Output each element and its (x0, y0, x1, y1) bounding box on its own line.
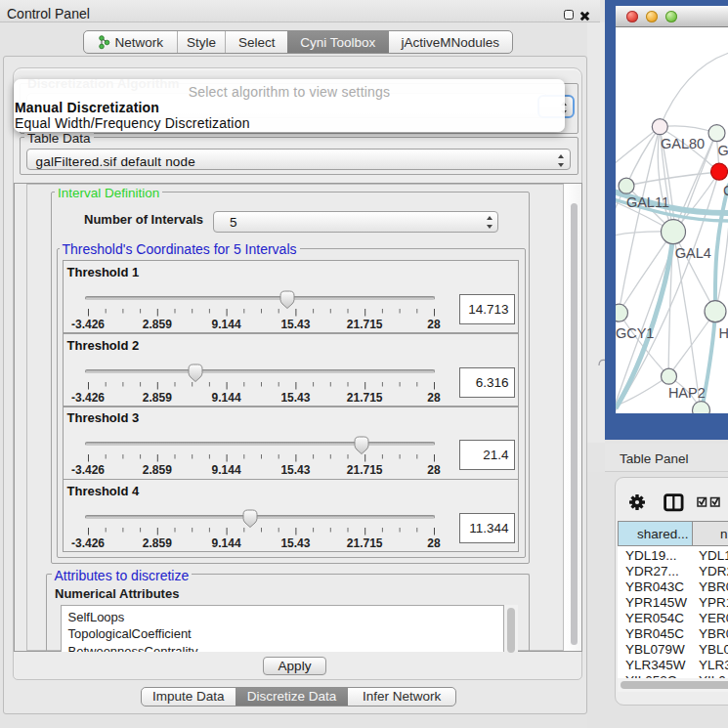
svg-text:GAL4: GAL4 (675, 245, 711, 261)
svg-text:CR: CR (723, 183, 728, 198)
svg-text:GAL11: GAL11 (626, 194, 669, 210)
svg-text:GCY1: GCY1 (616, 325, 654, 341)
svg-text:HAP2: HAP2 (668, 385, 706, 401)
svg-text:H: H (719, 325, 728, 341)
svg-text:GA: GA (718, 143, 728, 158)
svg-text:GAL80: GAL80 (661, 136, 705, 151)
